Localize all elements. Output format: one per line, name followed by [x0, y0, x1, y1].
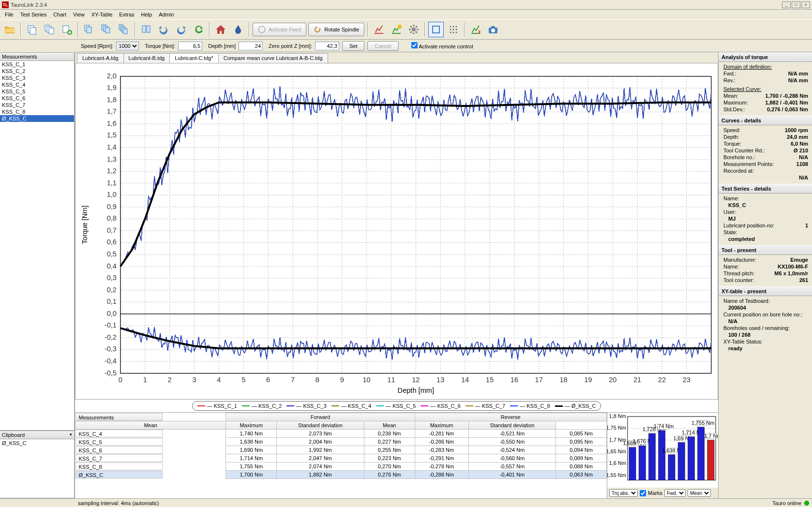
menu-help[interactable]: Help [138, 11, 155, 18]
svg-rect-1 [30, 28, 36, 34]
svg-point-30 [456, 32, 457, 33]
svg-text:0,2: 0,2 [107, 286, 117, 294]
menu-view[interactable]: View [70, 11, 88, 18]
marks-checkbox[interactable] [640, 490, 646, 496]
menu-test series[interactable]: Test Series [17, 11, 49, 18]
activate-feed-button[interactable]: Activate Feed [253, 23, 306, 36]
undo-icon[interactable] [156, 22, 171, 37]
title-bar: TL TauroLink 2.3.4 _ □ × [0, 0, 812, 10]
activate-feed-label: Activate Feed [269, 27, 301, 32]
menu-xy-table[interactable]: XY-Table [89, 11, 116, 18]
clip-item[interactable]: Ø_KSS_C [2, 440, 72, 446]
meas-item[interactable]: KSS_C_6 [0, 95, 74, 102]
camera-icon[interactable] [485, 22, 501, 37]
menu-admin[interactable]: Admin [156, 11, 177, 18]
meas-item[interactable]: KSS_C_8 [0, 108, 74, 115]
copy-add-icon[interactable] [59, 22, 75, 37]
rotate-spindle-button[interactable]: Rotate Spindle [308, 23, 364, 36]
svg-text:0,6: 0,6 [107, 238, 117, 246]
drop-icon[interactable] [230, 22, 246, 37]
torque-chart[interactable]: 01234567891011121314151617181920212223-0… [75, 63, 718, 400]
svg-point-25 [450, 29, 451, 30]
svg-text:10: 10 [362, 376, 370, 384]
table-row[interactable]: KSS_C_51,638 Nm2,004 Nm0,227 Nm-0,286 Nm… [75, 438, 607, 446]
app-title: TauroLink 2.3.4 [11, 2, 782, 8]
tab[interactable]: Lubricant-A.tdg [77, 53, 124, 63]
svg-rect-16 [142, 26, 146, 32]
params-row: Speed [Rpm]: 1000 Torque [Nm]: Depth [mm… [75, 40, 812, 52]
meas-item[interactable]: KSS_C_2 [0, 68, 74, 75]
torque-input[interactable] [178, 42, 202, 50]
set-button[interactable]: Set [342, 41, 365, 51]
minimize-button[interactable]: _ [782, 1, 791, 8]
depth-label: Depth [mm] [208, 43, 236, 49]
home-icon[interactable] [213, 22, 228, 37]
meas-item[interactable]: KSS_C_5 [0, 88, 74, 95]
menu-file[interactable]: File [2, 11, 16, 18]
fwd-select[interactable]: Fwd. [664, 489, 686, 497]
tab[interactable]: Lubricant-C.tdg* [169, 53, 219, 63]
select-icon[interactable] [428, 22, 444, 37]
measurements-table[interactable]: MeasurementsForwardReverseMeanMaximumSta… [75, 413, 607, 498]
measurements-list[interactable]: KSS_C_1KSS_C_2KSS_C_3KSS_C_4KSS_C_5KSS_C… [0, 61, 75, 431]
meas-item[interactable]: KSS_C_1 [0, 61, 74, 68]
graph1-icon[interactable] [371, 22, 387, 37]
legend-item: — KSS_C_7 [466, 403, 505, 409]
tab[interactable]: Lubricant-B.tdg [123, 53, 170, 63]
copy-multi-icon[interactable] [42, 22, 57, 37]
export-icon[interactable] [468, 22, 483, 37]
svg-text:Torque [Nm]: Torque [Nm] [81, 206, 89, 244]
svg-text:1,8 Nm: 1,8 Nm [609, 413, 626, 419]
svg-text:14: 14 [461, 376, 469, 384]
trq-select[interactable]: Trq abs. [609, 489, 638, 497]
table-row[interactable]: KSS_C_81,755 Nm2,074 Nm0,270 Nm-0,278 Nm… [75, 462, 607, 471]
svg-point-24 [456, 26, 457, 28]
maximize-button[interactable]: □ [792, 1, 800, 8]
menu-chart[interactable]: Chart [50, 11, 69, 18]
svg-text:1,7 Nm: 1,7 Nm [704, 433, 718, 439]
zero-input[interactable] [315, 42, 339, 50]
dots-icon[interactable] [446, 22, 461, 37]
meas-item[interactable]: Ø_KSS_C [0, 115, 74, 122]
svg-rect-11 [105, 28, 110, 33]
table-row[interactable]: KSS_C_71,714 Nm2,047 Nm0,223 Nm-0,291 Nm… [75, 454, 607, 462]
svg-text:22: 22 [658, 376, 666, 384]
meas-item[interactable]: KSS_C_7 [0, 102, 74, 108]
svg-text:9: 9 [340, 376, 344, 384]
close-button[interactable]: × [801, 1, 810, 8]
meas-item[interactable]: KSS_C_3 [0, 75, 74, 81]
svg-text:1,4: 1,4 [107, 143, 117, 151]
tabs: Lubricant-A.tdgLubricant-B.tdgLubricant-… [75, 52, 718, 63]
clipboard-list[interactable]: Ø_KSS_C [0, 439, 75, 498]
remote-checkbox[interactable] [411, 42, 418, 48]
clipboard-chevron-icon[interactable]: ▾ [70, 432, 72, 438]
copy-single-icon[interactable] [24, 22, 40, 37]
speed-select[interactable]: 1000 [116, 42, 139, 50]
refresh-icon[interactable] [191, 22, 206, 37]
svg-point-28 [450, 32, 451, 33]
meas-item[interactable]: KSS_C_4 [0, 81, 74, 88]
open-icon[interactable] [2, 22, 17, 37]
mean-select[interactable]: Mean [688, 489, 711, 497]
graph2-icon[interactable] [389, 22, 404, 37]
svg-rect-33 [491, 26, 495, 28]
minibar-chart[interactable]: 1,55 Nm1,6 Nm1,65 Nm1,7 Nm1,75 Nm1,8 Nm1… [607, 413, 718, 488]
menu-extras[interactable]: Extras [116, 11, 137, 18]
table-row[interactable]: KSS_C_61,690 Nm1,992 Nm0,255 Nm-0,283 Nm… [75, 446, 607, 454]
svg-text:Depth [mm]: Depth [mm] [398, 387, 434, 394]
redo-icon[interactable] [173, 22, 189, 37]
gear-icon[interactable] [406, 22, 421, 37]
table-row[interactable]: Ø_KSS_C1,700 Nm1,882 Nm0,276 Nm-0,288 Nm… [75, 471, 607, 479]
svg-text:23: 23 [683, 376, 691, 384]
stack1-icon[interactable] [81, 22, 97, 37]
depth-input[interactable] [239, 42, 263, 50]
svg-rect-175 [707, 440, 714, 480]
cancel-button[interactable]: Cancel [367, 41, 398, 51]
remote-checkbox-wrap[interactable]: Activate remote control [411, 42, 473, 49]
tab[interactable]: Compare mean curve Lubricant A-B-C.tdg [218, 53, 328, 63]
stack3-icon[interactable] [116, 22, 132, 37]
stack2-icon[interactable] [99, 22, 114, 37]
svg-rect-172 [698, 427, 705, 480]
table-row[interactable]: KSS_C_41,740 Nm2,073 Nm0,238 Nm-0,281 Nm… [75, 430, 607, 438]
grid-icon[interactable] [138, 22, 154, 37]
